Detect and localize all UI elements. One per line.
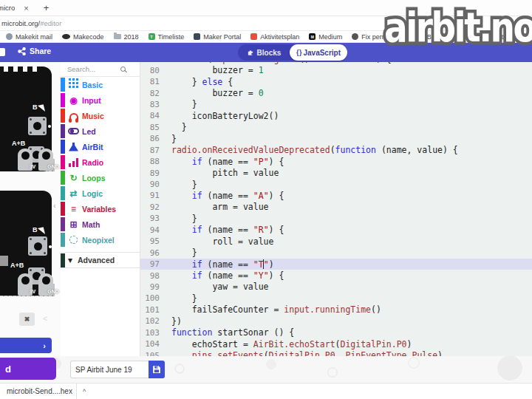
code-line[interactable]: 95 roll = value <box>140 236 532 247</box>
share-sim-icon[interactable]: < <box>43 314 47 323</box>
expand-simulator-button[interactable]: › <box>0 338 52 353</box>
code-line[interactable]: 101 failSafeCounter = input.runningTime(… <box>140 304 532 316</box>
code-line[interactable]: 87radio.onReceivedValueDeprecated(functi… <box>140 145 532 156</box>
code-line[interactable]: 85 } <box>140 122 532 133</box>
code-token: ) <box>269 259 274 270</box>
sidebar-item-variables[interactable]: ≡Variables <box>61 201 140 216</box>
share-icon <box>18 47 26 55</box>
javascript-toggle-button[interactable]: { } JavaScript <box>290 44 347 61</box>
sidebar-item-logic[interactable]: ⇄Logic <box>61 185 140 201</box>
sidebar-item-math[interactable]: ⊞Math <box>61 216 140 232</box>
category-color-strip <box>61 109 65 123</box>
bookmark-item[interactable]: Aktivitetsplan <box>250 33 299 41</box>
collapse-simulator-handle[interactable]: ‹ <box>53 201 56 210</box>
sidebar-item-radio[interactable]: Radio <box>61 154 140 170</box>
new-tab-button[interactable]: + <box>44 2 50 13</box>
bookmark-label: Timeliste <box>158 33 185 41</box>
bookmark-item[interactable]: BW timer <box>480 33 516 41</box>
code-line[interactable]: 100 } <box>140 293 532 304</box>
music-icon <box>69 113 78 120</box>
bookmark-item[interactable]: TTimeliste <box>149 33 185 41</box>
code-line[interactable]: 92 arm = value <box>140 202 532 213</box>
download-caret-icon[interactable]: ^ <box>83 388 86 395</box>
blocks-toggle-button[interactable]: Blocks <box>238 49 290 57</box>
toolbox-search[interactable] <box>61 62 140 77</box>
code-line[interactable]: 83 } <box>140 99 532 110</box>
sidebar-item-neopixel[interactable]: Neopixel <box>61 232 140 248</box>
code-token: echoStart = <box>171 339 253 349</box>
sidebar-item-music[interactable]: Music <box>61 108 140 123</box>
pinwheel-icon <box>526 33 532 40</box>
code-line[interactable]: 82 buzzer = 0 <box>140 87 532 98</box>
save-project-button[interactable] <box>149 361 165 378</box>
browser-tab[interactable]: micro × <box>0 4 29 13</box>
share-button[interactable]: Share <box>18 47 51 55</box>
pin-3v[interactable]: 3V <box>18 149 33 171</box>
loop-icon: ↻ <box>69 174 77 183</box>
target-icon: ◉ <box>69 96 77 105</box>
bookmark-item[interactable]: Maker Portal <box>194 33 241 41</box>
code-line[interactable]: 89 pitch = value <box>140 167 532 178</box>
code-line[interactable]: 103function startSonar () { <box>140 327 532 338</box>
microbit-logo-icon[interactable] <box>0 48 5 56</box>
sidebar-item-loops[interactable]: ↻Loops <box>61 170 140 185</box>
code-line[interactable]: 84 iconBatteryLow2() <box>140 110 532 121</box>
category-label: Led <box>82 127 96 136</box>
sidebar-item-basic[interactable]: Basic <box>61 77 140 92</box>
bookmark-item[interactable]: 2018 <box>114 33 139 41</box>
sidebar-item-input[interactable]: ◉Input <box>61 92 140 108</box>
pin-gnd[interactable]: GND <box>38 273 53 296</box>
blocks-label: Blocks <box>257 49 282 57</box>
project-name-input[interactable] <box>70 361 149 378</box>
download-shelf: microbit-Send....hex ^ <box>0 383 532 399</box>
code-line[interactable]: 88 if (name == "P") { <box>140 156 532 167</box>
bookmark-item[interactable]: 31Bitraf kalender <box>417 33 470 41</box>
code-token: ) <box>437 350 443 356</box>
code-line[interactable]: 80 buzzer = 1 <box>140 64 532 75</box>
chevron-right-icon: › <box>43 341 46 350</box>
code-token <box>171 62 192 64</box>
board-notches <box>0 66 41 72</box>
sidebar-item-advanced[interactable]: ▾ Advanced <box>61 252 140 268</box>
button-b[interactable] <box>28 117 47 135</box>
code-token: "T <box>253 259 264 270</box>
code-line[interactable]: 81 } else { <box>140 76 532 87</box>
code-line[interactable]: 99 yaw = value <box>140 282 532 293</box>
pin-gnd[interactable]: GND <box>38 149 53 171</box>
sidebar-item-led[interactable]: Led <box>61 123 140 139</box>
code-line[interactable]: 91 if (name == "A") { <box>140 190 532 201</box>
bookmark-item[interactable]: Google Foto <box>526 33 532 41</box>
downloaded-file[interactable]: microbit-Send....hex <box>7 387 72 395</box>
search-input[interactable] <box>67 65 120 73</box>
code-line[interactable]: 105 pins.setEvents(DigitalPin.P0, PinEve… <box>140 349 532 356</box>
code-line[interactable]: 102}) <box>140 316 532 327</box>
code-line[interactable]: 104 echoStart = AirBit.echoStart(Digital… <box>140 338 532 349</box>
bookmark-star-icon[interactable]: ☆ <box>474 18 481 28</box>
square-icon: 31 <box>417 33 424 40</box>
code-line[interactable]: 96 } <box>140 247 532 258</box>
bookmark-item[interactable]: MMedium <box>309 33 342 41</box>
line-number: 92 <box>140 202 160 212</box>
code-line[interactable]: 98 if (name == "Y") { <box>140 270 532 281</box>
download-button[interactable]: d <box>0 358 56 380</box>
square-icon: M <box>309 33 316 40</box>
browser-tab-strip: micro × + <box>0 0 532 16</box>
address-bar[interactable]: microbit.org/#editor ☆ <box>0 16 532 31</box>
pinterest-icon[interactable] <box>496 19 505 28</box>
code-line[interactable]: 86} <box>140 133 532 144</box>
bookmark-item[interactable]: Fix permissions <box>352 33 408 41</box>
button-b[interactable] <box>28 236 47 256</box>
pin-3v[interactable]: 3V <box>18 273 33 296</box>
code-line[interactable]: 94 if (name == "R") { <box>140 225 532 236</box>
code-area: 79 if (input.runningTime() % 1000 < 500)… <box>140 62 532 356</box>
code-token: (name == <box>202 259 253 270</box>
javascript-editor[interactable]: 79 if (input.runningTime() % 1000 < 500)… <box>140 62 532 356</box>
sidebar-item-airbit[interactable]: AirBit <box>61 139 140 154</box>
stop-simulator-button[interactable]: ✖ <box>19 313 35 326</box>
bookmark-item[interactable]: Makekit mail <box>6 33 52 41</box>
code-line[interactable]: 90 } <box>140 179 532 190</box>
code-line[interactable]: 97 if (name == "T") <box>140 259 532 270</box>
tab-close-icon[interactable]: × <box>24 4 28 13</box>
bookmark-item[interactable]: Makecode <box>62 33 104 41</box>
code-line[interactable]: 93 } <box>140 213 532 224</box>
